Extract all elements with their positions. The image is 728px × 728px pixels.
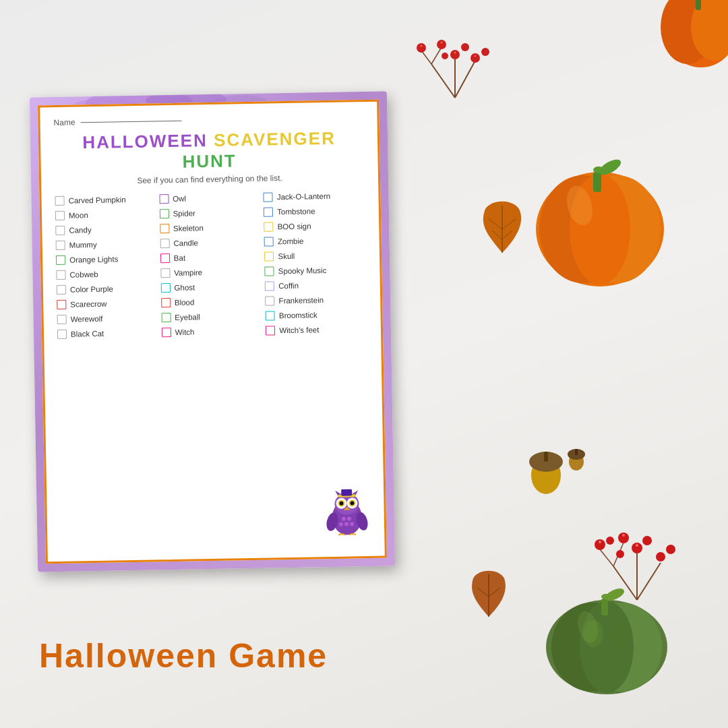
svg-line-6 — [455, 61, 475, 98]
checkbox[interactable] — [161, 298, 171, 307]
checkbox[interactable] — [264, 251, 274, 261]
checklist-label: Tombstone — [277, 207, 315, 216]
checklist-label: Werewolf — [71, 315, 103, 324]
checkbox[interactable] — [266, 326, 275, 335]
acorn-small-decor — [566, 445, 586, 472]
checklist-label: Witch's feet — [279, 326, 319, 334]
checklist-label: Orange Lights — [69, 255, 118, 264]
svg-point-12 — [471, 53, 480, 63]
checkbox[interactable] — [57, 330, 67, 339]
checkbox[interactable] — [162, 328, 171, 337]
checkbox[interactable] — [55, 196, 64, 206]
checklist-item: Jack-O-Lantern — [264, 191, 365, 202]
svg-rect-3 — [696, 0, 701, 10]
checkbox[interactable] — [57, 285, 66, 295]
checklist-label: Blood — [175, 298, 195, 307]
svg-point-54 — [636, 544, 638, 547]
checkbox[interactable] — [265, 266, 274, 276]
checklist-label: Ghost — [174, 283, 195, 292]
checkbox[interactable] — [265, 281, 274, 291]
checkbox[interactable] — [264, 192, 273, 202]
name-underline — [81, 120, 182, 123]
checkbox[interactable] — [159, 209, 169, 218]
checkbox[interactable] — [160, 224, 169, 233]
checkbox[interactable] — [57, 300, 66, 309]
checklist-label: Zombie — [278, 237, 304, 246]
svg-rect-61 — [601, 599, 608, 615]
svg-point-13 — [481, 48, 489, 56]
paper-inner: Name HALLOWEEN SCAVENGER HUNT See if you… — [38, 100, 387, 564]
svg-point-50 — [616, 550, 624, 558]
checklist-item: Broomstick — [266, 309, 367, 321]
leaf-bottom-decor — [465, 566, 512, 620]
checklist-item: Bat — [160, 252, 262, 264]
paper-container: Name HALLOWEEN SCAVENGER HUNT See if you… — [30, 91, 395, 572]
checkbox[interactable] — [160, 253, 170, 263]
svg-point-53 — [622, 534, 625, 537]
title-scavenger: SCAVENGER — [214, 128, 336, 150]
checklist-item: Frankenstein — [265, 295, 367, 306]
checklist-item: Ghost — [160, 282, 262, 293]
paper-title: HALLOWEEN SCAVENGER HUNT — [54, 127, 365, 175]
svg-line-7 — [421, 51, 431, 64]
checkbox[interactable] — [56, 270, 65, 280]
checkbox[interactable] — [264, 222, 274, 231]
checklist-item: Spider — [159, 208, 261, 219]
checkbox[interactable] — [56, 241, 65, 250]
checkbox[interactable] — [264, 207, 273, 216]
leaf-decor — [475, 195, 529, 256]
checklist-label: Broomstick — [279, 311, 317, 320]
checkbox[interactable] — [55, 211, 65, 220]
checklist-label: Frankenstein — [278, 296, 324, 305]
paper-outer-border: Name HALLOWEEN SCAVENGER HUNT See if you… — [30, 91, 395, 572]
checklist-item: Cobweb — [56, 268, 158, 280]
svg-point-16 — [421, 45, 423, 47]
checklist-item: Zombie — [264, 235, 366, 247]
svg-point-60 — [612, 625, 628, 649]
checkbox[interactable] — [56, 255, 65, 265]
title-hunt: HUNT — [182, 150, 237, 171]
checklist-label: Spooky Music — [278, 266, 327, 275]
checklist-item: BOO sign — [264, 220, 366, 232]
checkbox[interactable] — [55, 226, 65, 235]
halloween-game-label: Halloween Game — [39, 636, 328, 675]
checkbox[interactable] — [161, 313, 171, 322]
svg-point-15 — [442, 53, 448, 59]
checklist-label: Scarecrow — [70, 300, 107, 309]
checkbox[interactable] — [264, 237, 274, 246]
svg-line-8 — [431, 47, 442, 64]
checklist-label: Bat — [174, 254, 185, 262]
title-container: HALLOWEEN SCAVENGER HUNT — [54, 127, 365, 175]
svg-point-11 — [450, 50, 460, 59]
checkbox[interactable] — [265, 296, 274, 305]
checklist-item: Candy — [55, 224, 157, 235]
checkbox[interactable] — [57, 315, 67, 324]
checklist-item: Spooky Music — [265, 265, 367, 276]
svg-rect-38 — [575, 449, 578, 455]
checkbox[interactable] — [160, 268, 170, 278]
checklist-item: Blood — [161, 297, 263, 308]
owl-decoration — [323, 489, 371, 537]
checkbox[interactable] — [160, 283, 170, 293]
checkbox[interactable] — [160, 239, 169, 248]
checklist-label: Candy — [69, 226, 91, 235]
checklist-label: Moon — [69, 211, 88, 220]
svg-point-52 — [599, 541, 601, 543]
checklist-label: BOO sign — [278, 222, 311, 231]
svg-point-51 — [606, 537, 614, 545]
checkbox[interactable] — [266, 311, 275, 320]
checkbox[interactable] — [159, 194, 169, 204]
name-label: Name — [53, 118, 75, 128]
pumpkin-main-decor — [526, 135, 674, 297]
checklist-item: Skeleton — [160, 222, 262, 234]
checklist-label: Skeleton — [173, 224, 204, 233]
name-field: Name — [53, 113, 363, 127]
checklist-label: Candle — [173, 239, 198, 247]
checklist-item: Scarecrow — [57, 298, 158, 309]
title-halloween: HALLOWEEN — [82, 130, 208, 152]
svg-point-9 — [417, 43, 426, 53]
checklist-item: Black Cat — [57, 328, 159, 339]
svg-point-17 — [441, 42, 443, 44]
svg-rect-24 — [593, 172, 601, 192]
checklist-item: Werewolf — [57, 313, 159, 324]
